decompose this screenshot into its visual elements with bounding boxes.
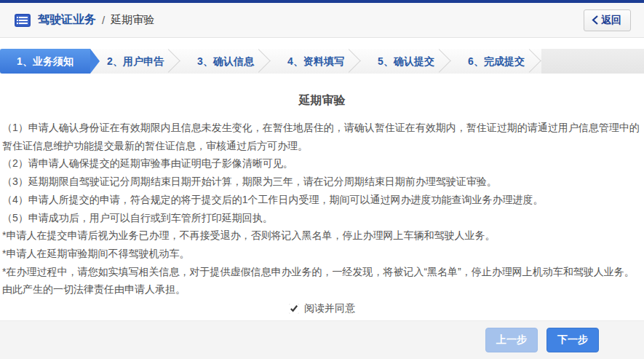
- breadcrumb-separator: /: [102, 14, 105, 26]
- page-title: 延期审验: [2, 93, 642, 109]
- next-step-button[interactable]: 下一步: [546, 328, 599, 352]
- step-label: 6、完成提交: [468, 55, 525, 67]
- notice-paragraph: （3）延期期限自驾驶证记分周期结束日期开始计算，期限为三年，请在记分周期结束日期…: [2, 173, 642, 191]
- breadcrumb-page-title: 延期审验: [111, 13, 154, 27]
- back-button[interactable]: 返回: [584, 9, 631, 31]
- header-bar: 驾驶证业务 / 延期审验 返回: [0, 3, 644, 38]
- step-label: 2、用户申告: [107, 55, 164, 67]
- notice-paragraph: （5）申请成功后，用户可以自行或到车管所打印延期回执。: [2, 209, 642, 227]
- step-label: 3、确认信息: [197, 55, 254, 67]
- step-label: 4、资料填写: [287, 55, 344, 67]
- chevron-left-icon: [592, 15, 598, 25]
- step-1-business-notice[interactable]: 1、业务须知: [0, 49, 90, 74]
- notice-paragraph: （2）请申请人确保提交的延期审验事由证明电子影像清晰可见。: [2, 154, 642, 173]
- notice-paragraph: （4）申请人所提交的申请，符合规定的将于提交后的1个工作日内受理，期间可以通过网…: [2, 191, 642, 209]
- agree-row: 阅读并同意: [2, 302, 642, 315]
- list-card-icon: [15, 14, 31, 27]
- step-3-confirm-info[interactable]: 3、确认信息: [180, 49, 271, 74]
- step-label: 5、确认提交: [378, 55, 434, 67]
- section-title: 驾驶证业务: [38, 12, 96, 28]
- notice-paragraph: *在办理过程中，请您如实填写相关信息，对于提供虚假信息申办业务的，一经发现，将被…: [2, 263, 642, 299]
- notice-paragraph: （1）申请人确认身份证在有效期限内且信息未发生变化，在暂住地居住的，请确认暂住证…: [2, 119, 642, 154]
- step-2-user-declaration[interactable]: 2、用户申告: [90, 49, 180, 74]
- agree-checkbox[interactable]: [289, 304, 299, 314]
- notice-paragraph: *申请人在延期审验期间不得驾驶机动车。: [2, 245, 642, 263]
- previous-step-button[interactable]: 上一步: [485, 328, 538, 352]
- footer-bar: 上一步 下一步: [0, 320, 644, 359]
- notice-paragraph: *申请人在提交申请后视为业务已办理，不再接受退办，否则将记入黑名单，停止办理网上…: [2, 226, 642, 245]
- step-progress-bar: 1、业务须知 2、用户申告 3、确认信息 4、资料填写 5、确认提交 6、完成提…: [0, 49, 644, 74]
- step-5-confirm-submit[interactable]: 5、确认提交: [361, 49, 451, 74]
- agree-label: 阅读并同意: [304, 302, 355, 315]
- back-button-label: 返回: [601, 14, 621, 27]
- step-6-complete-submit[interactable]: 6、完成提交: [451, 49, 541, 74]
- step-label: 1、业务须知: [17, 55, 73, 67]
- notice-content: 延期审验 （1）申请人确认身份证在有效期限内且信息未发生变化，在暂住地居住的，请…: [0, 93, 644, 315]
- step-4-fill-data[interactable]: 4、资料填写: [271, 49, 361, 74]
